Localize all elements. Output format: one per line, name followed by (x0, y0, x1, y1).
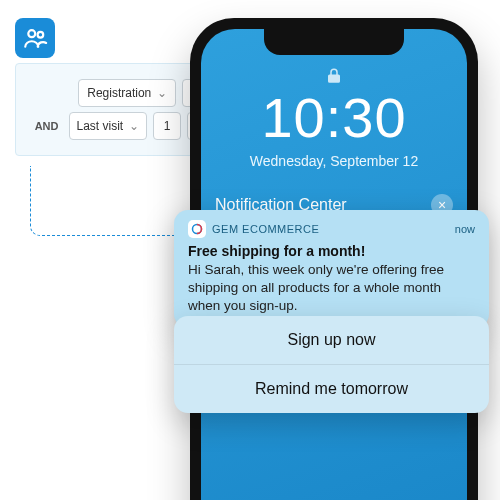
audience-icon (15, 18, 55, 58)
lock-screen-date: Wednesday, September 12 (201, 153, 467, 169)
field-last-visit-dropdown[interactable]: Last visit ⌄ (69, 112, 148, 140)
count-value: 1 (164, 119, 171, 133)
connector-line (30, 166, 190, 236)
dropdown-label: Last visit (77, 119, 124, 133)
app-icon (188, 220, 206, 238)
svg-point-0 (28, 30, 35, 37)
chevron-down-icon: ⌄ (157, 86, 167, 100)
notification-header: GEM ECOMMERCE now (188, 220, 475, 238)
notification-app-name: GEM ECOMMERCE (212, 223, 449, 235)
dropdown-label: Registration (87, 86, 151, 100)
field-registration-dropdown[interactable]: Registration ⌄ (78, 79, 176, 107)
lock-screen-time: 10:30 (201, 85, 467, 150)
count-input[interactable]: 1 (153, 112, 181, 140)
sign-up-now-button[interactable]: Sign up now (174, 316, 489, 365)
and-operator-label: AND (35, 120, 59, 132)
remind-me-tomorrow-button[interactable]: Remind me tomorrow (174, 365, 489, 413)
notification-timestamp: now (455, 223, 475, 235)
chevron-down-icon: ⌄ (129, 119, 139, 133)
notification-actions: Sign up now Remind me tomorrow (174, 316, 489, 413)
phone-notch (264, 29, 404, 55)
notification-body: Hi Sarah, this week only we're offering … (188, 261, 475, 316)
push-notification-card[interactable]: GEM ECOMMERCE now Free shipping for a mo… (174, 210, 489, 328)
svg-point-1 (38, 32, 44, 38)
notification-title: Free shipping for a month! (188, 243, 475, 259)
